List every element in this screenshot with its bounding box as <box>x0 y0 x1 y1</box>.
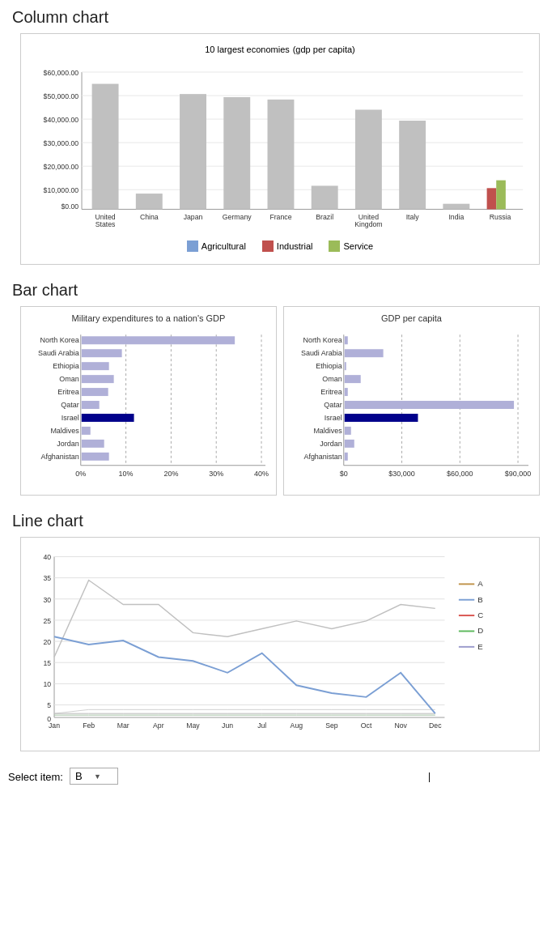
svg-text:$10,000.00: $10,000.00 <box>44 186 79 194</box>
bar-chart-section: Bar chart Military expenditures to a nat… <box>0 273 560 504</box>
svg-text:North Korea: North Korea <box>40 336 78 344</box>
svg-text:Jun: Jun <box>222 721 233 730</box>
legend-service: Service <box>329 240 373 252</box>
svg-rect-24 <box>487 188 497 209</box>
svg-text:Maldives: Maldives <box>50 427 79 435</box>
svg-rect-61 <box>82 427 91 435</box>
svg-text:Maldives: Maldives <box>313 427 342 435</box>
svg-text:Eritrea: Eritrea <box>57 388 78 396</box>
column-chart-legend: Agricultural Industrial Service <box>33 240 527 252</box>
svg-text:5: 5 <box>47 701 51 709</box>
svg-text:Kingdom: Kingdom <box>354 220 382 228</box>
svg-rect-22 <box>399 121 426 209</box>
svg-text:States: States <box>95 220 116 228</box>
svg-text:30: 30 <box>43 596 51 604</box>
svg-text:C: C <box>477 611 483 619</box>
svg-rect-20 <box>312 185 338 209</box>
svg-text:D: D <box>477 626 483 635</box>
svg-text:0%: 0% <box>75 470 86 478</box>
svg-text:May: May <box>186 721 200 730</box>
select-control: B ▼ A B C D E <box>70 768 118 785</box>
legend-color-industrial <box>262 240 274 252</box>
svg-text:Israel: Israel <box>62 414 79 422</box>
svg-text:Germany: Germany <box>223 213 252 221</box>
svg-text:Brazil: Brazil <box>316 213 333 221</box>
svg-rect-25 <box>496 181 506 210</box>
svg-rect-88 <box>345 388 348 396</box>
dropdown-arrow-icon: ▼ <box>94 772 101 781</box>
bar-chart-right-title: GDP per capita <box>291 313 532 323</box>
svg-text:Japan: Japan <box>184 213 203 221</box>
svg-text:India: India <box>448 213 464 221</box>
svg-text:40: 40 <box>43 553 51 561</box>
svg-text:$50,000.00: $50,000.00 <box>44 92 79 100</box>
legend-label-agricultural: Agricultural <box>202 241 246 251</box>
svg-text:Ethiopia: Ethiopia <box>53 362 78 370</box>
svg-rect-62 <box>82 440 104 448</box>
column-chart-svg: $60,000.00 $50,000.00 $40,000.00 $30,000… <box>33 62 527 232</box>
svg-rect-63 <box>82 453 109 461</box>
svg-text:Saudi Arabia: Saudi Arabia <box>301 349 342 357</box>
bar-chart-right: GDP per capita North Korea Saudi Arabia … <box>283 306 540 496</box>
svg-text:Italy: Italy <box>406 213 420 221</box>
svg-text:35: 35 <box>43 574 51 582</box>
svg-text:Afghanistan: Afghanistan <box>303 453 342 461</box>
svg-rect-89 <box>345 401 514 409</box>
svg-rect-19 <box>268 100 295 210</box>
svg-rect-60 <box>82 414 134 422</box>
svg-text:E: E <box>477 642 483 651</box>
svg-text:$40,000.00: $40,000.00 <box>44 116 79 124</box>
line-chart-title: Line chart <box>12 512 548 530</box>
legend-agricultural: Agricultural <box>187 240 246 252</box>
svg-text:Sep: Sep <box>325 721 338 730</box>
svg-rect-57 <box>82 375 114 383</box>
svg-text:Apr: Apr <box>153 721 164 730</box>
svg-rect-15 <box>92 84 119 210</box>
line-chart-svg: 40 35 30 25 20 15 10 5 0 <box>29 546 531 740</box>
svg-text:10%: 10% <box>119 470 134 478</box>
svg-text:10: 10 <box>43 680 51 688</box>
svg-text:Jan: Jan <box>49 721 60 730</box>
column-chart-section: Column chart 10 largest economies (gdp p… <box>0 0 560 273</box>
svg-rect-16 <box>136 194 163 209</box>
svg-text:China: China <box>140 213 159 221</box>
svg-text:30%: 30% <box>209 470 223 478</box>
legend-industrial: Industrial <box>262 240 313 252</box>
svg-text:Afghanistan: Afghanistan <box>40 453 78 461</box>
svg-text:North Korea: North Korea <box>303 336 342 344</box>
svg-text:Dec: Dec <box>429 721 442 730</box>
svg-rect-93 <box>345 453 348 461</box>
svg-text:A: A <box>477 579 483 588</box>
bar-charts-row: Military expenditures to a nation's GDP … <box>20 306 540 496</box>
svg-rect-55 <box>82 349 122 357</box>
svg-text:Qatar: Qatar <box>324 401 342 409</box>
svg-rect-56 <box>82 362 109 370</box>
svg-text:$20,000.00: $20,000.00 <box>44 163 79 171</box>
svg-text:Aug: Aug <box>291 721 303 730</box>
select-box[interactable]: B ▼ <box>70 768 118 785</box>
svg-rect-91 <box>345 427 351 435</box>
column-chart-subtitle: (gdp per capita) <box>293 45 355 54</box>
legend-color-service <box>329 240 340 252</box>
select-label: Select item: <box>8 768 63 783</box>
svg-text:15: 15 <box>43 659 51 667</box>
svg-rect-58 <box>82 388 108 396</box>
line-chart-section: Line chart 40 35 30 25 20 15 10 5 0 <box>0 504 560 760</box>
bar-chart-left-svg: North Korea Saudi Arabia Ethiopia Oman E… <box>28 328 269 486</box>
svg-rect-23 <box>443 204 469 210</box>
cursor-indicator: | <box>428 771 431 782</box>
legend-color-agricultural <box>187 240 198 252</box>
select-current-value: B <box>75 770 83 782</box>
svg-text:Russia: Russia <box>490 213 511 221</box>
svg-rect-21 <box>355 109 382 209</box>
svg-rect-87 <box>345 375 361 383</box>
svg-text:Saudi Arabia: Saudi Arabia <box>38 349 79 357</box>
column-chart-title: Column chart <box>12 8 548 27</box>
svg-rect-90 <box>345 414 418 422</box>
svg-rect-84 <box>345 336 348 344</box>
svg-text:Jul: Jul <box>257 721 266 730</box>
svg-text:$90,000: $90,000 <box>505 470 531 478</box>
svg-text:20%: 20% <box>163 470 178 478</box>
svg-text:Israel: Israel <box>325 414 342 422</box>
line-chart-container: 40 35 30 25 20 15 10 5 0 <box>20 537 540 751</box>
